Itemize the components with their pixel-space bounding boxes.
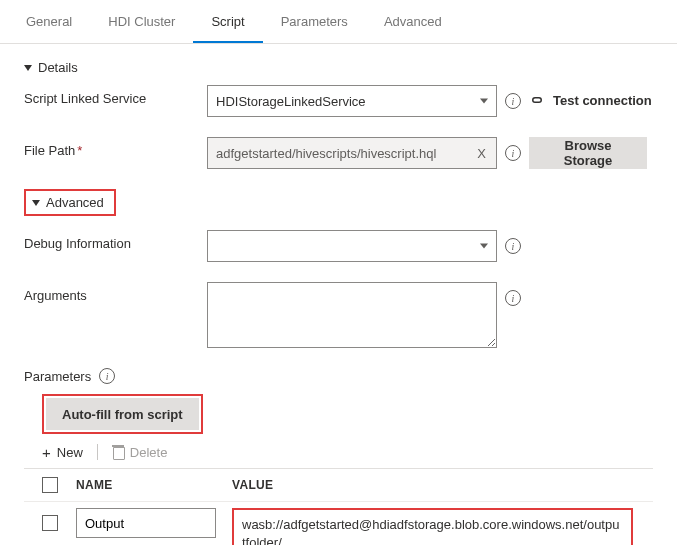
arguments-label: Arguments bbox=[24, 282, 199, 303]
delete-label: Delete bbox=[130, 445, 168, 460]
info-icon[interactable]: i bbox=[505, 93, 521, 109]
caret-down-icon bbox=[32, 200, 40, 206]
row-checkbox[interactable] bbox=[42, 515, 58, 531]
tab-script[interactable]: Script bbox=[193, 0, 262, 43]
info-icon[interactable]: i bbox=[505, 290, 521, 306]
chevron-down-icon bbox=[480, 99, 488, 104]
select-all-checkbox[interactable] bbox=[42, 477, 58, 493]
column-name-header: NAME bbox=[76, 478, 232, 492]
parameters-label: Parameters bbox=[24, 369, 91, 384]
parameter-name-input[interactable] bbox=[76, 508, 216, 538]
auto-fill-button[interactable]: Auto-fill from script bbox=[46, 398, 199, 430]
info-icon[interactable]: i bbox=[99, 368, 115, 384]
details-label: Details bbox=[38, 60, 78, 75]
trash-icon bbox=[112, 445, 124, 459]
required-asterisk-icon: * bbox=[77, 143, 82, 158]
browse-storage-button[interactable]: Browse Storage bbox=[529, 137, 647, 169]
parameter-value-input[interactable]: wasb://adfgetstarted@hdiadfstorage.blob.… bbox=[232, 508, 633, 545]
divider bbox=[97, 444, 98, 460]
file-path-input[interactable]: adfgetstarted/hivescripts/hivescript.hql… bbox=[207, 137, 497, 169]
plus-icon: + bbox=[42, 445, 51, 460]
tab-parameters[interactable]: Parameters bbox=[263, 0, 366, 43]
details-header[interactable]: Details bbox=[24, 56, 653, 85]
clear-icon[interactable]: X bbox=[475, 146, 488, 161]
delete-parameter-button[interactable]: Delete bbox=[112, 445, 168, 460]
script-linked-service-value: HDIStorageLinkedService bbox=[216, 94, 366, 109]
advanced-header[interactable]: Advanced bbox=[24, 189, 116, 216]
debug-information-label: Debug Information bbox=[24, 230, 199, 251]
link-icon bbox=[529, 93, 545, 109]
arguments-textarea[interactable] bbox=[207, 282, 497, 348]
test-connection-button[interactable]: Test connection bbox=[553, 93, 652, 108]
parameters-header: Parameters i bbox=[24, 368, 653, 384]
parameters-table: NAME VALUE wasb://adfgetstarted@hdiadfst… bbox=[24, 468, 653, 545]
file-path-label: File Path* bbox=[24, 137, 199, 158]
new-parameter-button[interactable]: + New bbox=[42, 445, 83, 460]
advanced-label: Advanced bbox=[46, 195, 104, 210]
chevron-down-icon bbox=[480, 244, 488, 249]
caret-down-icon bbox=[24, 65, 32, 71]
tab-bar: General HDI Cluster Script Parameters Ad… bbox=[0, 0, 677, 44]
tab-general[interactable]: General bbox=[8, 0, 90, 43]
script-linked-service-label: Script Linked Service bbox=[24, 85, 199, 106]
file-path-value: adfgetstarted/hivescripts/hivescript.hql bbox=[216, 146, 436, 161]
table-row: wasb://adfgetstarted@hdiadfstorage.blob.… bbox=[24, 501, 653, 545]
info-icon[interactable]: i bbox=[505, 238, 521, 254]
tab-hdi-cluster[interactable]: HDI Cluster bbox=[90, 0, 193, 43]
tab-advanced[interactable]: Advanced bbox=[366, 0, 460, 43]
new-label: New bbox=[57, 445, 83, 460]
script-linked-service-select[interactable]: HDIStorageLinkedService bbox=[207, 85, 497, 117]
column-value-header: VALUE bbox=[232, 478, 273, 492]
info-icon[interactable]: i bbox=[505, 145, 521, 161]
debug-information-select[interactable] bbox=[207, 230, 497, 262]
